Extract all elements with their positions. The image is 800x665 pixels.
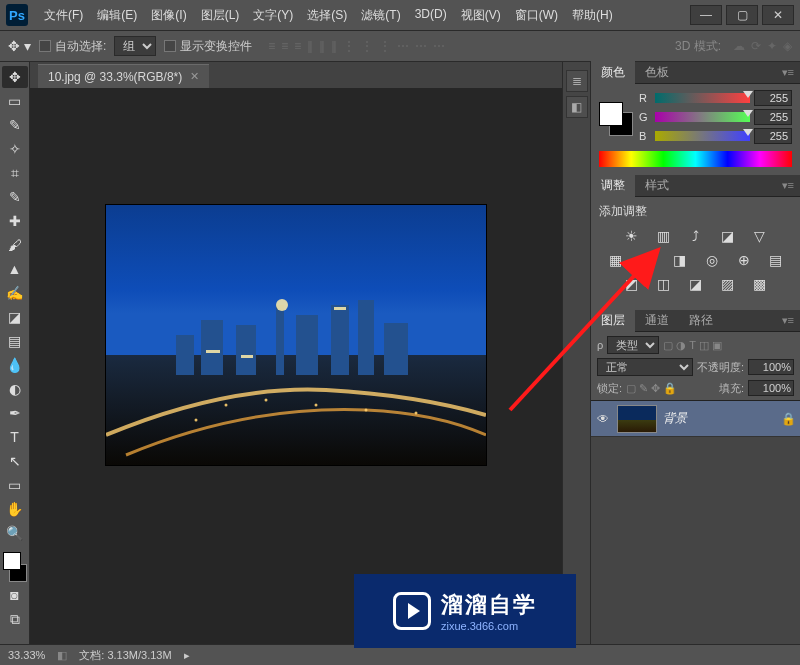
properties-panel-icon[interactable]: ◧ (566, 96, 588, 118)
layer-thumbnail[interactable] (617, 405, 657, 433)
panel-menu-icon[interactable]: ▾≡ (776, 179, 800, 192)
distribute-icon[interactable]: ⋮ (379, 39, 391, 53)
tool-marquee[interactable]: ▭ (2, 90, 28, 112)
panel-menu-icon[interactable]: ▾≡ (776, 314, 800, 327)
auto-select-checkbox[interactable]: 自动选择: (39, 38, 106, 55)
doc-size[interactable]: 文档: 3.13M/3.13M (79, 648, 171, 663)
g-value[interactable] (754, 109, 792, 125)
menu-help[interactable]: 帮助(H) (566, 3, 619, 28)
align-icon[interactable]: ≡ (281, 39, 288, 53)
tool-move[interactable]: ✥ (2, 66, 28, 88)
tab-channels[interactable]: 通道 (635, 309, 679, 332)
tool-dodge[interactable]: ◐ (2, 378, 28, 400)
layer-name[interactable]: 背景 (663, 410, 687, 427)
tab-paths[interactable]: 路径 (679, 309, 723, 332)
fill-value[interactable] (748, 380, 794, 396)
menu-file[interactable]: 文件(F) (38, 3, 89, 28)
visibility-icon[interactable]: 👁 (595, 412, 611, 426)
3d-icon[interactable]: ☁ (733, 39, 745, 53)
zoom-level[interactable]: 33.33% (8, 649, 45, 661)
adj-lut-icon[interactable]: ▤ (766, 252, 786, 268)
adj-photo-filter-icon[interactable]: ◎ (702, 252, 722, 268)
adj-hue-icon[interactable]: ▦ (606, 252, 626, 268)
adj-gradient-icon[interactable]: ▨ (718, 276, 738, 292)
distribute-icon[interactable]: ⋮ (361, 39, 373, 53)
tool-stamp[interactable]: ▲ (2, 258, 28, 280)
tab-color[interactable]: 颜色 (591, 61, 635, 84)
r-slider[interactable] (655, 93, 750, 103)
3d-icon[interactable]: ◈ (783, 39, 792, 53)
g-slider[interactable] (655, 112, 750, 122)
color-swatches[interactable] (2, 552, 28, 582)
quick-mask[interactable]: ◙ (2, 584, 28, 606)
menu-filter[interactable]: 滤镜(T) (355, 3, 406, 28)
menu-3d[interactable]: 3D(D) (409, 3, 453, 28)
menu-select[interactable]: 选择(S) (301, 3, 353, 28)
adj-levels-icon[interactable]: ▥ (654, 228, 674, 244)
menu-view[interactable]: 视图(V) (455, 3, 507, 28)
b-value[interactable] (754, 128, 792, 144)
tool-brush[interactable]: 🖌 (2, 234, 28, 256)
panel-menu-icon[interactable]: ▾≡ (776, 66, 800, 79)
3d-icon[interactable]: ✦ (767, 39, 777, 53)
tool-lasso[interactable]: ✎ (2, 114, 28, 136)
tool-wand[interactable]: ✧ (2, 138, 28, 160)
menu-type[interactable]: 文字(Y) (247, 3, 299, 28)
document-tab[interactable]: 10.jpg @ 33.3%(RGB/8*) ✕ (38, 64, 209, 88)
adj-mixer-icon[interactable]: ⊕ (734, 252, 754, 268)
tool-shape[interactable]: ▭ (2, 474, 28, 496)
blend-mode[interactable]: 正常 (597, 358, 693, 376)
adj-balance-icon[interactable]: ◧ (638, 252, 658, 268)
tool-blur[interactable]: 💧 (2, 354, 28, 376)
color-spectrum[interactable] (599, 151, 792, 167)
3d-icon[interactable]: ⟳ (751, 39, 761, 53)
tool-path[interactable]: ↖ (2, 450, 28, 472)
close-tab-icon[interactable]: ✕ (190, 70, 199, 83)
tool-heal[interactable]: ✚ (2, 210, 28, 232)
adj-invert-icon[interactable]: ◩ (622, 276, 642, 292)
menu-layer[interactable]: 图层(L) (195, 3, 246, 28)
adj-selective-icon[interactable]: ▩ (750, 276, 770, 292)
b-slider[interactable] (655, 131, 750, 141)
tool-crop[interactable]: ⌗ (2, 162, 28, 184)
adj-posterize-icon[interactable]: ◫ (654, 276, 674, 292)
close-button[interactable]: ✕ (762, 5, 794, 25)
adj-exposure-icon[interactable]: ◪ (718, 228, 738, 244)
align-icon[interactable]: ≡ (294, 39, 301, 53)
align-icon[interactable]: ‖ (307, 39, 313, 53)
tool-history[interactable]: ✍ (2, 282, 28, 304)
move-tool-icon[interactable]: ✥ ▾ (8, 38, 31, 54)
maximize-button[interactable]: ▢ (726, 5, 758, 25)
distribute-icon[interactable]: ⋯ (397, 39, 409, 53)
adj-curves-icon[interactable]: ⤴ (686, 228, 706, 244)
lock-icon[interactable]: 🔒 (781, 412, 796, 426)
adj-threshold-icon[interactable]: ◪ (686, 276, 706, 292)
distribute-icon[interactable]: ⋯ (415, 39, 427, 53)
tool-hand[interactable]: ✋ (2, 498, 28, 520)
adj-bw-icon[interactable]: ◨ (670, 252, 690, 268)
tab-adjust[interactable]: 调整 (591, 174, 635, 197)
layer-row[interactable]: 👁 背景 🔒 (591, 401, 800, 437)
distribute-icon[interactable]: ⋯ (433, 39, 445, 53)
align-icon[interactable]: ‖ (319, 39, 325, 53)
auto-select-target[interactable]: 组 (114, 36, 156, 56)
minimize-button[interactable]: — (690, 5, 722, 25)
menu-image[interactable]: 图像(I) (145, 3, 192, 28)
tool-type[interactable]: T (2, 426, 28, 448)
tab-styles[interactable]: 样式 (635, 174, 679, 197)
show-transform-checkbox[interactable]: 显示变换控件 (164, 38, 252, 55)
adj-vibrance-icon[interactable]: ▽ (750, 228, 770, 244)
adj-brightness-icon[interactable]: ☀ (622, 228, 642, 244)
layer-kind-filter[interactable]: 类型 (607, 336, 659, 354)
r-value[interactable] (754, 90, 792, 106)
history-panel-icon[interactable]: ≣ (566, 70, 588, 92)
fg-swatch[interactable] (3, 552, 21, 570)
align-icon[interactable]: ≡ (268, 39, 275, 53)
tool-zoom[interactable]: 🔍 (2, 522, 28, 544)
tool-eyedrop[interactable]: ✎ (2, 186, 28, 208)
distribute-icon[interactable]: ⋮ (343, 39, 355, 53)
tool-eraser[interactable]: ◪ (2, 306, 28, 328)
tool-gradient[interactable]: ▤ (2, 330, 28, 352)
align-icon[interactable]: ‖ (331, 39, 337, 53)
tool-pen[interactable]: ✒ (2, 402, 28, 424)
